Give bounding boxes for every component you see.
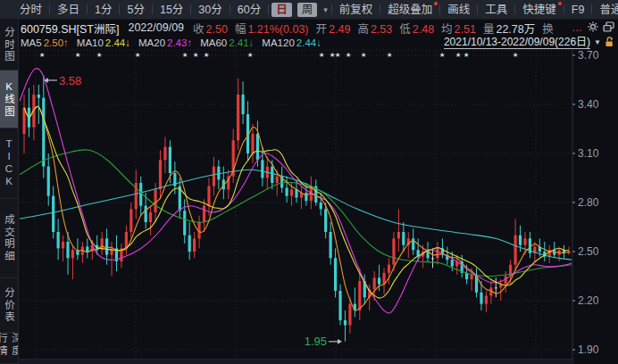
- sidebar: 分时图K线图TICK成交明细分价表深度行情: [0, 20, 19, 364]
- toolbar-separator: [268, 4, 269, 14]
- quote-field-label: 幅: [235, 23, 246, 36]
- period-tab-5[interactable]: 30分: [191, 0, 229, 20]
- quote-field-label: 量: [483, 23, 495, 36]
- period-tab-1[interactable]: 多日: [50, 0, 87, 20]
- event-star-icon[interactable]: ★: [335, 51, 341, 59]
- toolbar-item-2[interactable]: 画线: [440, 0, 477, 20]
- stock-symbol: 600759.SH[ST洲际]: [21, 20, 119, 37]
- sidebar-item-5[interactable]: 深度行情: [0, 333, 18, 364]
- event-star-icon[interactable]: ★: [96, 51, 103, 59]
- quote-field-3: 高2.53: [357, 20, 392, 37]
- gear-icon[interactable]: [588, 21, 598, 35]
- y-axis-tick-label: 2.20: [578, 294, 599, 307]
- event-star-icon[interactable]: ★: [361, 51, 367, 59]
- period-tab-6[interactable]: 60分: [230, 0, 268, 20]
- quote-field-value: 1.21%(0.03): [247, 23, 308, 36]
- ma-value: 2.44↓: [296, 37, 322, 48]
- event-star-icon[interactable]: ★: [464, 51, 470, 59]
- ma-value: 2.41↓: [229, 37, 254, 48]
- quote-field-label: 收: [193, 23, 205, 36]
- ma-name: MA5: [21, 37, 42, 48]
- toolbar-item-5[interactable]: F9: [564, 0, 592, 20]
- period-tab-4[interactable]: 15分: [153, 0, 190, 20]
- quote-field-4: 低2.48: [399, 20, 434, 37]
- event-star-icon[interactable]: ★: [193, 51, 199, 59]
- date-range-label[interactable]: 2021/10/13-2022/09/09(226日): [444, 37, 590, 49]
- toolbar-item-4[interactable]: 快捷键: [515, 0, 564, 20]
- quote-field-label: 开: [316, 23, 328, 36]
- sidebar-item-0[interactable]: 分时图: [0, 20, 18, 70]
- ma-name: MA120: [262, 37, 294, 48]
- period-dropdown-icon[interactable]: ▾: [320, 5, 331, 14]
- sidebar-item-4[interactable]: 分价表: [0, 278, 18, 333]
- period-tab-0[interactable]: 分时: [13, 0, 49, 20]
- ma-legend-row: MA52.50↑MA102.44↓MA202.43↑MA602.41↓MA120…: [19, 36, 618, 49]
- event-star-icon[interactable]: ★: [439, 51, 446, 59]
- quote-icons: …: [572, 20, 614, 36]
- sidebar-item-2[interactable]: TICK: [0, 128, 18, 199]
- quote-fields: 收2.50幅1.21%(0.03)开2.49高2.53低2.48均2.51量22…: [193, 20, 563, 37]
- y-axis-tick-label: 1.90: [578, 343, 599, 356]
- more-indicator[interactable]: …: [572, 23, 583, 32]
- y-axis-tick-label: 3.40: [578, 98, 599, 111]
- ma-value: 2.43↑: [167, 37, 192, 48]
- event-star-icon[interactable]: ★: [182, 51, 188, 59]
- quote-field-6: 量22.78万: [483, 20, 535, 37]
- lock-icon[interactable]: [605, 37, 614, 49]
- ma-value: 2.50↑: [44, 37, 69, 48]
- multi-window-icon[interactable]: [603, 21, 614, 35]
- price-annotation: 1.95: [305, 335, 327, 348]
- period-tab-3[interactable]: 5分: [120, 0, 151, 20]
- event-star-icon[interactable]: ★: [346, 51, 352, 59]
- period-button-0[interactable]: 日: [271, 3, 292, 17]
- quote-field-value: 2.50: [206, 23, 228, 36]
- ma-legend-item-1: MA102.44↓: [77, 37, 130, 48]
- ma-line-ma5: [24, 106, 569, 310]
- event-star-icon[interactable]: ★: [204, 51, 210, 59]
- toolbar-item-3[interactable]: 工具: [478, 0, 514, 20]
- quote-field-2: 开2.49: [316, 20, 351, 37]
- quote-field-value: 2.51: [455, 23, 476, 36]
- toolbar-item-1[interactable]: 超级叠加: [380, 0, 439, 20]
- ma-legend-item-3: MA602.41↓: [200, 37, 254, 48]
- quote-field-1: 幅1.21%(0.03): [235, 20, 309, 37]
- ma-name: MA20: [138, 37, 165, 48]
- event-star-icon[interactable]: ★: [513, 51, 519, 59]
- event-star-icon[interactable]: ★: [247, 51, 254, 59]
- ma-name: MA10: [77, 37, 104, 48]
- date-range-wrap: 2021/10/13-2022/09/09(226日) ▼: [444, 36, 614, 49]
- ma-legend-item-0: MA52.50↑: [21, 37, 69, 48]
- event-star-icon[interactable]: ★: [39, 51, 46, 59]
- period-tab-2[interactable]: 1分: [88, 0, 119, 20]
- price-annotation: 3.58: [59, 74, 81, 87]
- quote-field-label: 均: [441, 23, 453, 36]
- ma-name: MA60: [200, 37, 227, 48]
- quote-field-value: 2.53: [371, 23, 392, 36]
- quote-field-value: 2.48: [413, 23, 434, 36]
- ma-legend-item-2: MA202.43↑: [138, 37, 192, 48]
- event-star-icon[interactable]: ★: [387, 51, 393, 59]
- ma-line-ma60: [20, 150, 572, 277]
- event-star-icon[interactable]: ★: [455, 51, 462, 59]
- ma-legend-item-4: MA1202.44↓: [262, 37, 322, 48]
- main-panel: 600759.SH[ST洲际] 2022/09/09 收2.50幅1.21%(0…: [19, 20, 618, 364]
- event-star-icon[interactable]: ★: [75, 51, 81, 59]
- kline-chart[interactable]: 3.703.403.102.802.502.201.90★★★★★★★★★★★★…: [19, 49, 618, 364]
- period-button-1[interactable]: 周: [297, 3, 318, 17]
- y-axis-tick-label: 2.80: [578, 196, 599, 209]
- toolbar-item-0[interactable]: 前复权: [332, 0, 380, 20]
- kline-app-window: 分时多日1分5分15分30分60分日周▾前复权超级叠加画线工具快捷键F9普通隐藏…: [0, 0, 618, 364]
- quote-field-value: 2.49: [329, 23, 350, 36]
- quote-field-value: 22.78万: [496, 23, 535, 36]
- event-star-icon[interactable]: ★: [319, 51, 325, 59]
- event-star-icon[interactable]: ★: [135, 51, 141, 59]
- sidebar-item-3[interactable]: 成交明细: [0, 199, 18, 278]
- sidebar-item-1[interactable]: K线图: [0, 70, 18, 128]
- notification-dot-icon: [434, 2, 438, 5]
- quote-field-5: 均2.51: [441, 20, 476, 37]
- quote-field-label: 换: [542, 23, 554, 36]
- y-axis-tick-label: 3.10: [578, 147, 599, 160]
- chevron-down-icon[interactable]: ▼: [594, 38, 601, 46]
- toolbar-item-6[interactable]: 普通: [592, 0, 618, 20]
- quote-date: 2022/09/09: [128, 21, 184, 34]
